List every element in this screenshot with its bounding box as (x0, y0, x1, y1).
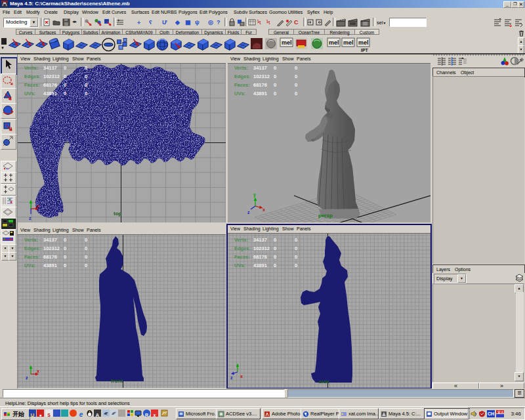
svg-text:x: x (262, 207, 265, 212)
svg-text:mel: mel (358, 39, 369, 46)
svg-text:x: x (37, 369, 39, 373)
svg-text:y: y (253, 192, 256, 198)
svg-text:紫光: 紫光 (497, 410, 504, 415)
svg-text:z: z (230, 375, 233, 380)
svg-text:z: z (247, 210, 250, 215)
svg-text:mel: mel (343, 39, 354, 46)
svg-text:x: x (240, 374, 243, 379)
svg-text:x: x (37, 203, 39, 208)
svg-text:z: z (26, 375, 28, 380)
svg-text:mel: mel (282, 39, 292, 46)
svg-text:IPT: IPT (361, 48, 369, 52)
svg-text:mel: mel (329, 39, 339, 46)
svg-text:z: z (29, 216, 32, 220)
